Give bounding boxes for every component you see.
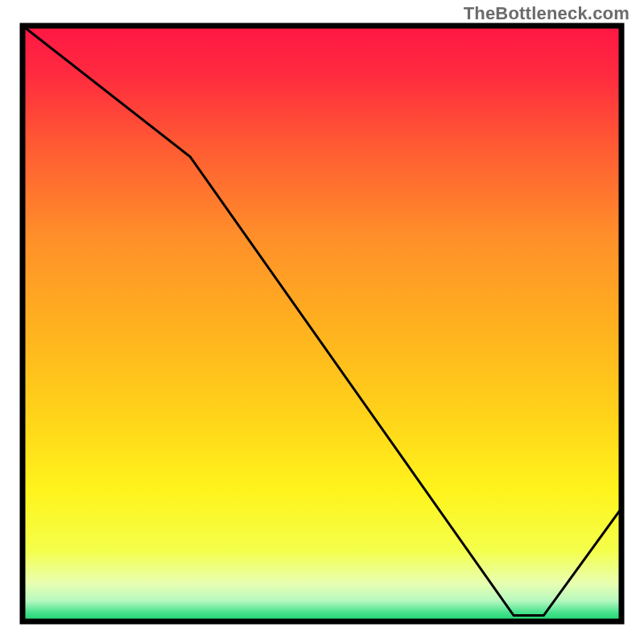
watermark-text: TheBottleneck.com	[464, 3, 630, 24]
plot-background	[23, 26, 621, 621]
chart-svg	[0, 0, 644, 644]
chart-container: TheBottleneck.com	[0, 0, 644, 644]
